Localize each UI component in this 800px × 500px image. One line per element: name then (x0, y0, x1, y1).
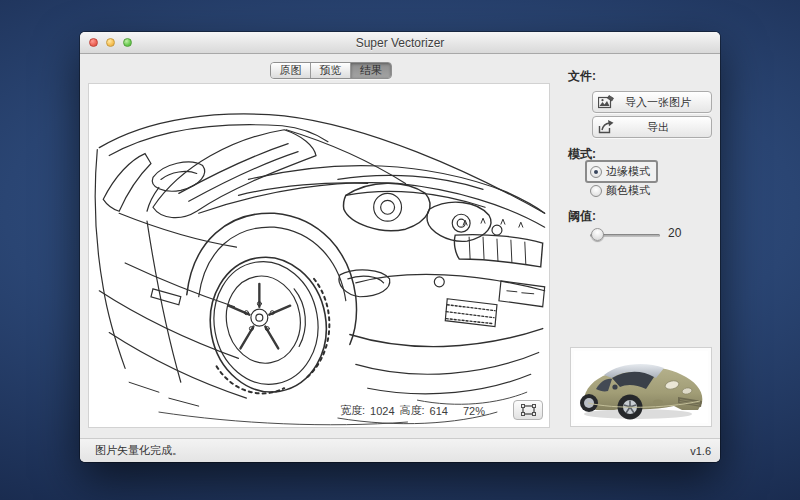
export-button[interactable]: 导出 (592, 116, 712, 138)
original-car-photo (574, 351, 708, 423)
minimize-button[interactable] (106, 38, 115, 47)
zoom-percent: 72% (463, 405, 485, 417)
fit-to-window-button[interactable] (513, 400, 543, 420)
import-image-button[interactable]: 导入一张图片 (592, 91, 712, 113)
tab-preview[interactable]: 预览 (311, 63, 351, 78)
zoom-button[interactable] (123, 38, 132, 47)
export-button-label: 导出 (619, 120, 711, 135)
status-message: 图片矢量化完成。 (95, 443, 183, 458)
radio-selected-icon[interactable] (590, 166, 602, 178)
file-section-label: 文件: (568, 68, 596, 85)
window-title: Super Vectorizer (356, 36, 445, 50)
import-image-icon (598, 95, 615, 109)
version-label: v1.6 (690, 445, 711, 457)
original-image-thumbnail[interactable] (570, 347, 712, 427)
edge-mode-label: 边缘模式 (606, 164, 650, 179)
status-bar: 图片矢量化完成。 v1.6 (80, 438, 720, 462)
import-button-label: 导入一张图片 (619, 95, 711, 110)
mode-option-edge[interactable]: 边缘模式 (590, 164, 650, 179)
tab-original[interactable]: 原图 (271, 63, 311, 78)
width-value: 1024 (370, 405, 394, 417)
vectorized-car-drawing (89, 84, 549, 427)
tab-result[interactable]: 结果 (351, 63, 391, 78)
title-bar[interactable]: Super Vectorizer (80, 32, 720, 54)
slider-thumb[interactable] (591, 228, 604, 241)
threshold-value: 20 (668, 226, 681, 240)
color-mode-label: 颜色模式 (606, 183, 650, 198)
mode-radio-focus-ring: 边缘模式 (585, 160, 658, 183)
image-dimensions: 宽度: 1024 高度: 614 72% (340, 403, 485, 418)
view-segmented-control: 原图 预览 结果 (270, 62, 392, 79)
export-arrow-icon (598, 120, 614, 134)
mode-option-color[interactable]: 颜色模式 (590, 183, 650, 198)
threshold-slider[interactable] (590, 228, 660, 242)
threshold-section-label: 阈值: (568, 208, 596, 225)
close-button[interactable] (89, 38, 98, 47)
height-value: 614 (430, 405, 448, 417)
height-label: 高度: (400, 403, 425, 418)
width-label: 宽度: (340, 403, 365, 418)
fit-to-window-icon (521, 404, 536, 416)
result-canvas[interactable]: 宽度: 1024 高度: 614 72% (88, 83, 550, 428)
app-window: Super Vectorizer 原图 预览 结果 (80, 32, 720, 462)
radio-unselected-icon[interactable] (590, 185, 602, 197)
